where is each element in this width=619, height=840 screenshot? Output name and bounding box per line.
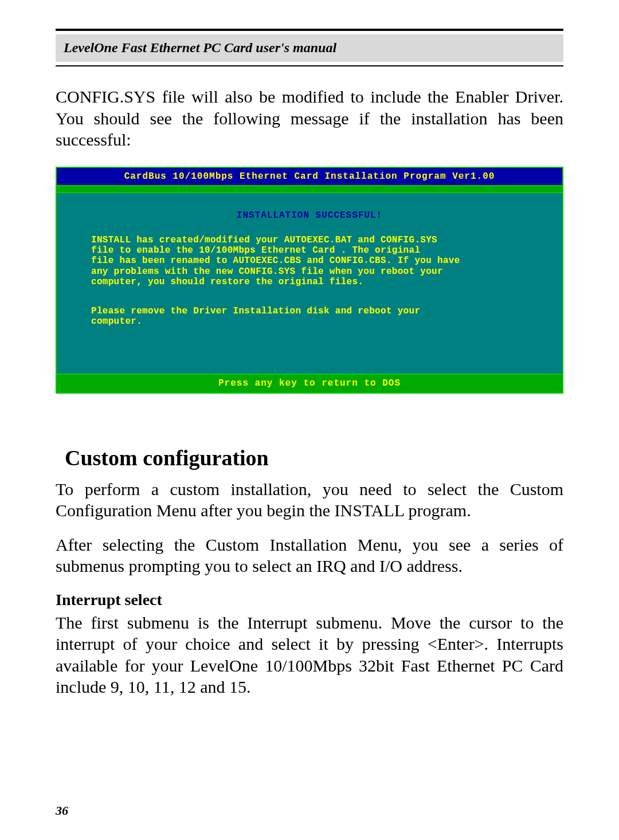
section-body: To perform a custom installation, you ne… [56, 478, 563, 698]
dos-success-heading: INSTALLATION SUCCESSFUL! [91, 210, 528, 221]
manual-page: LevelOne Fast Ethernet PC Card user's ma… [0, 0, 619, 840]
section-heading-custom-configuration: Custom configuration [65, 445, 563, 470]
dos-body: INSTALLATION SUCCESSFUL! INSTALL has cre… [57, 192, 562, 375]
header-rule-top [56, 29, 563, 31]
dos-stripe-top [57, 186, 562, 192]
dos-message-2: Please remove the Driver Installation di… [91, 306, 528, 327]
subsection-para: The first submenu is the Interrupt subme… [56, 612, 563, 698]
section-para-2: After selecting the Custom Installation … [56, 534, 563, 577]
dos-message-1: INSTALL has created/modified your AUTOEX… [91, 235, 528, 288]
body: CONFIG.SYS file will also be modified to… [56, 86, 563, 151]
intro-paragraph: CONFIG.SYS file will also be modified to… [56, 86, 563, 151]
subsection-heading-interrupt-select: Interrupt select [56, 590, 563, 610]
header-title: LevelOne Fast Ethernet PC Card user's ma… [64, 40, 336, 55]
page-header: LevelOne Fast Ethernet PC Card user's ma… [56, 34, 563, 62]
dos-title-bar: CardBus 10/100Mbps Ethernet Card Install… [57, 168, 562, 186]
header-rule-bottom [56, 65, 563, 66]
section-para-1: To perform a custom installation, you ne… [56, 478, 563, 521]
dos-screenshot: CardBus 10/100Mbps Ethernet Card Install… [56, 167, 563, 394]
dos-footer: Press any key to return to DOS [57, 375, 562, 392]
page-number: 36 [56, 803, 68, 818]
